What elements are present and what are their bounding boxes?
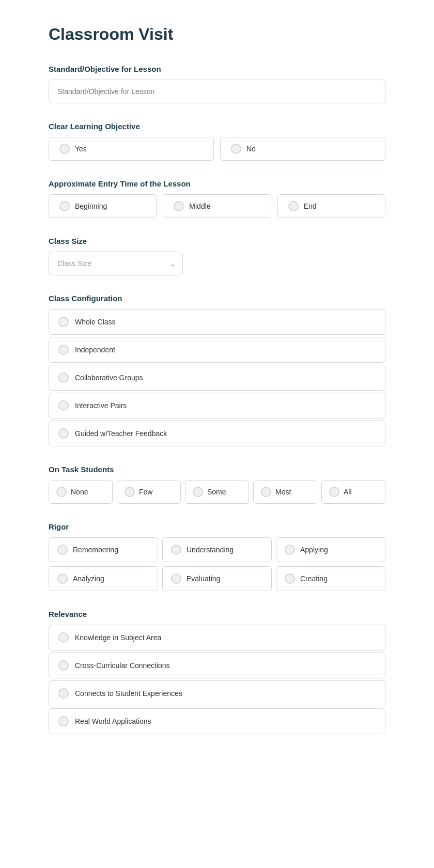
radio-circle-end	[288, 201, 299, 211]
entry-time-options: Beginning Middle End	[49, 194, 385, 218]
relevance-label-cross: Cross-Curricular Connections	[75, 661, 170, 670]
on-task-section: On Task Students None Few Some Most All	[49, 465, 385, 504]
relevance-knowledge-subject[interactable]: Knowledge in Subject Area	[49, 625, 385, 650]
checkbox-circle-knowledge	[58, 632, 69, 643]
radio-circle-most	[261, 487, 271, 497]
radio-label-none: None	[71, 488, 88, 496]
relevance-label-student: Connects to Student Experiences	[75, 689, 182, 698]
clear-learning-options: Yes No	[49, 137, 385, 161]
rigor-analyzing[interactable]: Analyzing	[49, 566, 158, 591]
relevance-label: Relevance	[49, 610, 385, 618]
class-size-dropdown-wrapper: Class Size ⌄	[49, 252, 183, 275]
on-task-most[interactable]: Most	[253, 480, 317, 504]
on-task-all[interactable]: All	[321, 480, 385, 504]
checkbox-circle-collaborative	[58, 373, 69, 383]
radio-circle-few	[125, 487, 135, 497]
rigor-creating[interactable]: Creating	[276, 566, 385, 591]
relevance-cross-curricular[interactable]: Cross-Curricular Connections	[49, 653, 385, 678]
checkbox-circle-guided	[58, 428, 69, 439]
standard-objective-section: Standard/Objective for Lesson	[49, 65, 385, 103]
relevance-options: Knowledge in Subject Area Cross-Curricul…	[49, 625, 385, 734]
radio-circle-remembering	[57, 545, 68, 555]
config-interactive-pairs[interactable]: Interactive Pairs	[49, 393, 385, 419]
config-label-independent: Independent	[75, 346, 115, 354]
rigor-label-applying: Applying	[300, 546, 328, 554]
rigor-section: Rigor Remembering Understanding Applying…	[49, 522, 385, 591]
radio-label-beginning: Beginning	[75, 202, 107, 210]
checkbox-circle-interactive	[58, 400, 69, 411]
entry-time-middle[interactable]: Middle	[163, 194, 271, 218]
rigor-evaluating[interactable]: Evaluating	[162, 566, 272, 591]
checkbox-circle-whole-class	[58, 317, 69, 327]
clear-learning-no[interactable]: No	[220, 137, 385, 161]
radio-circle-yes	[59, 144, 70, 154]
checkbox-circle-real-world	[58, 716, 69, 726]
radio-circle-understanding	[171, 545, 181, 555]
checkbox-circle-student	[58, 688, 69, 699]
radio-label-few: Few	[139, 488, 152, 496]
on-task-none[interactable]: None	[49, 480, 113, 504]
rigor-label-creating: Creating	[300, 575, 328, 583]
radio-label-most: Most	[275, 488, 291, 496]
relevance-real-world[interactable]: Real World Applications	[49, 708, 385, 734]
radio-label-middle: Middle	[189, 202, 210, 210]
class-config-options: Whole Class Independent Collaborative Gr…	[49, 309, 385, 446]
on-task-few[interactable]: Few	[117, 480, 181, 504]
relevance-label-knowledge: Knowledge in Subject Area	[75, 633, 161, 642]
radio-circle-creating	[285, 574, 295, 584]
radio-circle-none	[56, 487, 67, 497]
on-task-label: On Task Students	[49, 465, 385, 474]
entry-time-section: Approximate Entry Time of the Lesson Beg…	[49, 179, 385, 218]
radio-circle-beginning	[59, 201, 70, 211]
rigor-options: Remembering Understanding Applying Analy…	[49, 537, 385, 591]
config-independent[interactable]: Independent	[49, 337, 385, 363]
radio-circle-some	[193, 487, 203, 497]
config-label-interactive: Interactive Pairs	[75, 401, 127, 410]
checkbox-circle-cross	[58, 660, 69, 671]
entry-time-label: Approximate Entry Time of the Lesson	[49, 179, 385, 188]
page-title: Classroom Visit	[49, 25, 385, 44]
standard-objective-label: Standard/Objective for Lesson	[49, 65, 385, 73]
clear-learning-label: Clear Learning Objective	[49, 122, 385, 131]
radio-circle-evaluating	[171, 574, 181, 584]
rigor-label-analyzing: Analyzing	[73, 575, 104, 583]
radio-label-no: No	[246, 145, 256, 153]
standard-objective-input[interactable]	[49, 80, 385, 103]
config-label-whole-class: Whole Class	[75, 318, 116, 326]
config-collaborative-groups[interactable]: Collaborative Groups	[49, 365, 385, 391]
entry-time-beginning[interactable]: Beginning	[49, 194, 157, 218]
radio-circle-analyzing	[57, 574, 68, 584]
clear-learning-section: Clear Learning Objective Yes No	[49, 122, 385, 161]
radio-label-all: All	[344, 488, 352, 496]
rigor-label-remembering: Remembering	[73, 546, 118, 554]
class-size-label: Class Size	[49, 237, 385, 245]
radio-label-end: End	[304, 202, 317, 210]
radio-circle-applying	[285, 545, 295, 555]
config-label-guided: Guided w/Teacher Feedback	[75, 429, 167, 438]
clear-learning-yes[interactable]: Yes	[49, 137, 214, 161]
on-task-some[interactable]: Some	[185, 480, 249, 504]
relevance-student-experiences[interactable]: Connects to Student Experiences	[49, 680, 385, 706]
rigor-applying[interactable]: Applying	[276, 537, 385, 562]
radio-label-some: Some	[207, 488, 226, 496]
class-config-section: Class Configuration Whole Class Independ…	[49, 294, 385, 446]
config-guided-teacher[interactable]: Guided w/Teacher Feedback	[49, 421, 385, 446]
rigor-understanding[interactable]: Understanding	[162, 537, 272, 562]
checkbox-circle-independent	[58, 345, 69, 355]
rigor-label: Rigor	[49, 522, 385, 531]
relevance-section: Relevance Knowledge in Subject Area Cros…	[49, 610, 385, 734]
rigor-label-understanding: Understanding	[187, 546, 234, 554]
entry-time-end[interactable]: End	[277, 194, 385, 218]
class-config-label: Class Configuration	[49, 294, 385, 303]
rigor-label-evaluating: Evaluating	[187, 575, 220, 583]
radio-circle-all	[329, 487, 339, 497]
class-size-select[interactable]: Class Size	[49, 252, 183, 275]
class-size-section: Class Size Class Size ⌄	[49, 237, 385, 275]
rigor-remembering[interactable]: Remembering	[49, 537, 158, 562]
radio-circle-middle	[174, 201, 184, 211]
config-whole-class[interactable]: Whole Class	[49, 309, 385, 335]
on-task-options: None Few Some Most All	[49, 480, 385, 504]
relevance-label-real-world: Real World Applications	[75, 717, 151, 725]
radio-label-yes: Yes	[75, 145, 87, 153]
config-label-collaborative: Collaborative Groups	[75, 374, 143, 382]
